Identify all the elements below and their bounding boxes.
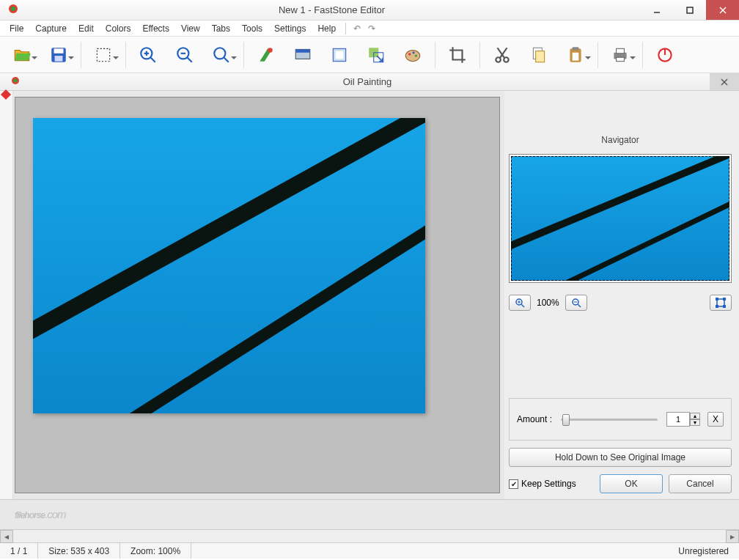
resize-button[interactable] [360,39,392,71]
svg-point-27 [408,53,411,55]
svg-rect-59 [723,298,726,301]
svg-rect-41 [617,57,625,61]
svg-line-55 [578,304,581,307]
redo-icon[interactable]: ↷ [365,23,378,34]
svg-rect-38 [573,52,579,60]
checkbox-icon: ✔ [509,479,518,489]
menu-file[interactable]: File [4,22,29,35]
toolbar [0,37,739,73]
status-page: 1 / 1 [0,543,38,559]
draw-button[interactable] [250,39,282,71]
caption-button[interactable] [287,39,319,71]
amount-spinner[interactable]: ▲▼ [666,412,700,427]
crop-button[interactable] [441,39,474,71]
svg-point-1 [11,7,15,11]
dialog-icon [10,75,21,88]
lower-area [0,500,739,529]
window-titlebar: New 1 - FastStone Editor [0,0,739,21]
nav-fit-button[interactable] [710,295,732,311]
dialog-title: Oil Painting [25,76,710,87]
nav-zoom-out-button[interactable] [565,295,587,311]
svg-rect-3 [687,7,693,13]
svg-rect-8 [55,56,63,62]
svg-rect-9 [97,48,109,61]
nav-zoom-text: 100% [537,298,559,308]
menu-help[interactable]: Help [312,22,341,35]
left-gutter [0,91,13,499]
dialog-buttons: ✔ Keep Settings OK Cancel [509,474,732,493]
image-content [33,118,425,413]
slider-thumb[interactable] [562,414,570,426]
menu-settings[interactable]: Settings [269,22,311,35]
status-size: Size: 535 x 403 [38,543,120,559]
menu-tabs[interactable]: Tabs [207,22,235,35]
print-button[interactable] [604,39,636,71]
select-button[interactable] [87,39,120,71]
open-button[interactable] [6,39,38,71]
amount-label: Amount : [517,414,552,424]
spin-up[interactable]: ▲ [690,413,700,419]
menu-capture[interactable]: Capture [30,22,72,35]
close-button[interactable] [706,0,739,20]
reset-x-button[interactable]: X [707,412,724,427]
paint-button[interactable] [397,39,429,71]
canvas-area[interactable] [15,97,500,493]
navigator-preview[interactable] [511,156,729,281]
cancel-button[interactable]: Cancel [669,474,732,493]
amount-slider[interactable] [561,419,658,421]
navigator-selection[interactable] [511,156,729,281]
horizontal-scrollbar[interactable]: ◂ ▸ [0,529,739,542]
undo-icon[interactable]: ↶ [350,23,364,34]
scroll-left-button[interactable]: ◂ [0,530,13,543]
menu-separator [345,23,346,34]
hold-original-button[interactable]: Hold Down to See Original Image [509,448,732,467]
scroll-right-button[interactable]: ▸ [726,530,739,543]
zoom-in-button[interactable] [132,39,164,71]
exit-button[interactable] [649,39,681,71]
menu-effects[interactable]: Effects [137,22,174,35]
right-panel: Navigator 100% Amount : ▲▼ [504,91,739,499]
svg-point-19 [268,48,273,53]
menu-tools[interactable]: Tools [237,22,268,35]
menubar: File Capture Edit Colors Effects View Ta… [0,21,739,37]
menu-colors[interactable]: Colors [100,22,136,35]
svg-line-51 [521,304,524,307]
keep-settings-label: Keep Settings [521,479,576,489]
cut-button[interactable] [486,39,518,71]
svg-point-17 [214,48,225,59]
nav-zoom-in-button[interactable] [509,295,531,311]
copy-button[interactable] [523,39,555,71]
keep-settings-checkbox[interactable]: ✔ Keep Settings [509,479,576,489]
statusbar: 1 / 1 Size: 535 x 403 Zoom: 100% Unregis… [0,542,739,559]
canvas[interactable] [33,118,425,413]
window-title: New 1 - FastStone Editor [23,4,640,15]
svg-point-28 [412,51,414,54]
dialog-close-button[interactable] [710,73,739,90]
menu-view[interactable]: View [176,22,205,35]
svg-rect-40 [617,48,625,54]
svg-rect-23 [336,51,344,59]
save-button[interactable] [43,39,75,71]
spin-down[interactable]: ▼ [690,419,700,426]
status-registration: Unregistered [668,546,739,556]
amount-input[interactable] [666,412,690,427]
zoom-out-button[interactable] [169,39,201,71]
svg-line-15 [187,57,192,62]
svg-rect-37 [573,47,579,50]
navigator-controls: 100% [509,295,732,311]
svg-rect-61 [723,305,726,308]
svg-rect-7 [54,48,64,54]
paste-button[interactable] [559,39,592,71]
minimize-button[interactable] [640,0,673,20]
menu-edit[interactable]: Edit [73,22,99,35]
dialog-titlebar: Oil Painting [0,73,739,91]
edge-button[interactable] [323,39,356,71]
zoom-reset-button[interactable] [205,39,238,71]
navigator-label: Navigator [509,135,732,145]
navigator-box[interactable] [509,154,732,283]
ok-button[interactable]: OK [600,474,663,493]
status-zoom: Zoom: 100% [120,543,191,559]
maximize-button[interactable] [673,0,706,20]
svg-rect-35 [536,51,545,62]
svg-point-45 [14,79,18,83]
